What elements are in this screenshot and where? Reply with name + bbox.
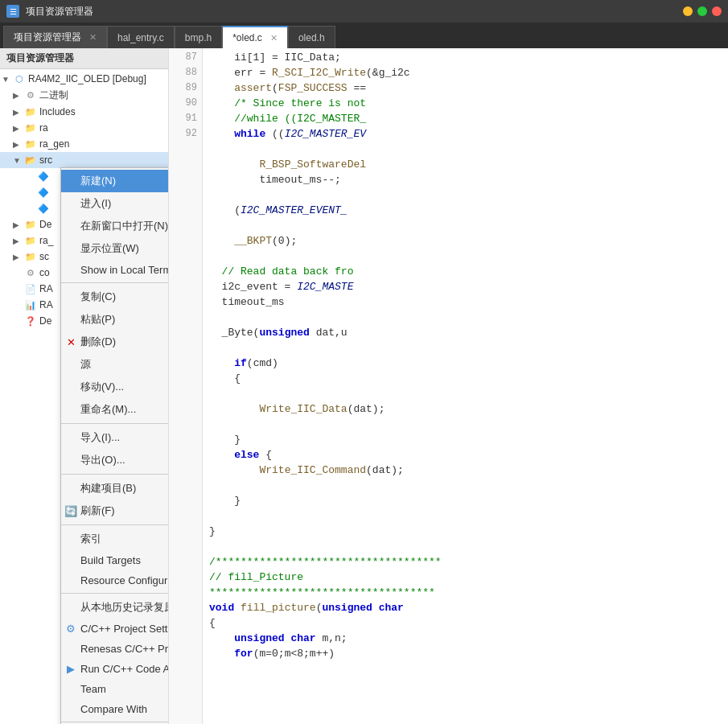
tab-hal-entry[interactable]: hal_entry.c <box>107 26 175 48</box>
code-line: R_BSP_SoftwareDel <box>209 157 722 172</box>
menu-item-rename[interactable]: 重命名(M)... F2 <box>61 398 169 421</box>
code-line <box>209 340 722 356</box>
menu-item-delete[interactable]: ✕ 删除(D) Delete <box>61 331 169 353</box>
run-icon: ▶ <box>64 663 77 676</box>
menu-item-paste[interactable]: 粘贴(P) Ctrl+V <box>61 308 169 331</box>
menu-separator-6 <box>61 722 169 722</box>
file-icon: 🔷 <box>37 202 50 215</box>
line-number <box>169 294 202 310</box>
line-number <box>169 157 202 172</box>
line-number <box>169 447 202 463</box>
menu-item-build-targets[interactable]: Build Targets ▶ <box>61 550 169 570</box>
folder-icon: 📁 <box>24 138 37 150</box>
menu-separator-5 <box>61 593 169 594</box>
menu-separator-4 <box>61 524 169 525</box>
menu-label: Show in Local Terminal <box>80 264 169 276</box>
question-icon: ❓ <box>24 315 37 327</box>
line-number <box>169 279 202 294</box>
tree-item-label: src <box>39 154 52 166</box>
line-number <box>169 600 202 615</box>
line-number <box>169 203 202 218</box>
line-number <box>169 478 202 493</box>
line-number <box>169 524 202 539</box>
tab-bmp-h[interactable]: bmp.h <box>175 26 222 48</box>
menu-item-import[interactable]: 导入(I)... <box>61 426 169 449</box>
tree-arrow: ▶ <box>13 91 24 100</box>
tab-close-icon[interactable]: ✕ <box>89 32 97 43</box>
menu-item-index[interactable]: 索引 ▶ <box>61 528 169 550</box>
menu-label: 新建(N) <box>80 174 116 188</box>
project-icon: ⬡ <box>13 72 26 85</box>
menu-item-copy[interactable]: 复制(C) Ctrl+C <box>61 286 169 308</box>
tree-item-label: RA <box>39 299 53 311</box>
menu-item-open[interactable]: 进入(I) <box>61 192 169 215</box>
menu-item-move[interactable]: 移动(V)... <box>61 376 169 398</box>
line-number <box>169 661 202 677</box>
tab-oled-c[interactable]: *oled.c ✕ <box>222 26 288 48</box>
tree-root[interactable]: ▼ ⬡ RA4M2_IIC_OLED [Debug] <box>0 71 168 87</box>
menu-label: Build Targets <box>80 554 169 566</box>
tree-arrow: ▶ <box>13 124 24 133</box>
code-line: ************************************ <box>209 585 722 600</box>
menu-item-cpp-settings[interactable]: ⚙ C/C++ Project Settings Ctrl+Alt+P <box>61 619 169 639</box>
line-number <box>169 539 202 554</box>
menu-item-compare[interactable]: Compare With ▶ <box>61 699 169 719</box>
code-line: } <box>209 524 722 539</box>
tab-label: *oled.c <box>232 32 262 43</box>
tree-item-binary[interactable]: ▶ ⚙ 二进制 <box>0 87 168 104</box>
line-number <box>169 417 202 432</box>
tree-item-includes[interactable]: ▶ 📁 Includes <box>0 104 168 120</box>
line-number <box>169 310 202 325</box>
tree-arrow: ▶ <box>13 220 24 229</box>
line-number: 92 <box>169 126 202 142</box>
tab-label: hal_entry.c <box>117 32 164 43</box>
close-button[interactable] <box>712 6 722 16</box>
menu-item-source[interactable]: 源 ▶ <box>61 353 169 376</box>
minimize-button[interactable] <box>683 6 693 16</box>
code-line <box>209 417 722 432</box>
menu-item-run-analysis[interactable]: ▶ Run C/C++ Code Analysis <box>61 659 169 679</box>
folder-open-icon: 📂 <box>24 154 37 167</box>
menu-label: 构建项目(B) <box>80 481 169 496</box>
menu-item-restore[interactable]: 从本地历史记录复原(Y)... <box>61 596 169 619</box>
menu-label: 移动(V)... <box>80 380 124 394</box>
menu-item-refresh[interactable]: 🔄 刷新(F) F5 <box>61 500 169 522</box>
code-line <box>209 142 722 157</box>
ide-window: ☰ 项目资源管理器 项目资源管理器 ✕ hal_entry.c bmp.h *o… <box>0 0 728 724</box>
code-line: err = R_SCI_I2C_Write(&g_i2c <box>209 65 722 80</box>
menu-item-renesas-settings[interactable]: Renesas C/C++ Project Settings ▶ <box>61 639 169 659</box>
code-line <box>209 386 722 401</box>
file-icon: 🔷 <box>37 170 50 183</box>
menu-item-build[interactable]: 构建项目(B) Ctrl+B <box>61 477 169 500</box>
menu-item-show-location[interactable]: 显示位置(W) Alt+Shift+W ▶ <box>61 237 169 260</box>
window-controls <box>683 6 722 16</box>
line-number <box>169 692 202 707</box>
menu-label: 索引 <box>80 532 169 546</box>
menu-item-export[interactable]: 导出(O)... <box>61 449 169 471</box>
menu-item-new[interactable]: 新建(N) ▶ 🏗 项目(R)... 📋 从模板创建文件 📄 <box>61 170 169 192</box>
tab-close-icon[interactable]: ✕ <box>270 33 278 43</box>
code-line: Write_IIC_Command(dat); <box>209 463 722 478</box>
tree-item-src[interactable]: ▼ 📂 src <box>0 152 168 168</box>
gear-icon: ⚙ <box>24 89 37 102</box>
tree-item-ra-gen[interactable]: ▶ 📁 ra_gen <box>0 136 168 152</box>
tree-item-label: ra_ <box>39 235 53 246</box>
menu-item-show-local-terminal[interactable]: Show in Local Terminal ▶ <box>61 260 169 280</box>
menu-separator-1 <box>61 282 169 283</box>
tree-arrow: ▼ <box>2 75 13 84</box>
menu-item-open-new-window[interactable]: 在新窗口中打开(N) <box>61 215 169 237</box>
tab-oled-h[interactable]: oled.h <box>288 26 335 48</box>
line-number <box>169 249 202 264</box>
code-line: // Read data back fro <box>209 264 722 279</box>
line-number <box>169 570 202 585</box>
maximize-button[interactable] <box>697 6 707 16</box>
code-editor[interactable]: 87 88 89 90 91 92 <box>169 48 728 724</box>
code-line: unsigned char m,n; <box>209 631 722 646</box>
delete-icon: ✕ <box>64 335 77 348</box>
menu-item-team[interactable]: Team ▶ <box>61 679 169 699</box>
tab-label: bmp.h <box>185 32 212 43</box>
tab-project-explorer[interactable]: 项目资源管理器 ✕ <box>3 26 107 48</box>
line-number: 89 <box>169 80 202 96</box>
menu-item-resource-config[interactable]: Resource Configurations ▶ <box>61 570 169 590</box>
tree-item-ra[interactable]: ▶ 📁 ra <box>0 120 168 136</box>
